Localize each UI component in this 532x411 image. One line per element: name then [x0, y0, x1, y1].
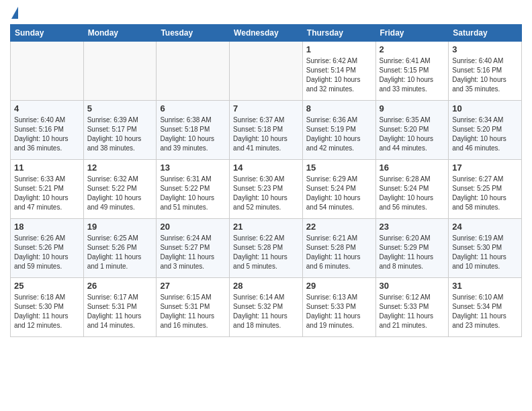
day-number: 12 — [87, 163, 153, 173]
day-info: Sunrise: 6:32 AMSunset: 5:22 PMDaylight:… — [87, 175, 153, 212]
weekday-header-sunday: Sunday — [11, 25, 84, 42]
calendar-day-cell: 8Sunrise: 6:36 AMSunset: 5:19 PMDaylight… — [302, 101, 375, 160]
calendar-week-row: 4Sunrise: 6:40 AMSunset: 5:16 PMDaylight… — [11, 101, 522, 160]
day-info: Sunrise: 6:17 AMSunset: 5:31 PMDaylight:… — [87, 293, 153, 330]
calendar-day-cell: 20Sunrise: 6:24 AMSunset: 5:27 PMDayligh… — [157, 219, 230, 278]
calendar-day-cell: 5Sunrise: 6:39 AMSunset: 5:17 PMDaylight… — [83, 101, 157, 160]
day-number: 2 — [380, 44, 445, 54]
calendar-day-cell: 7Sunrise: 6:37 AMSunset: 5:18 PMDaylight… — [230, 101, 303, 160]
day-info: Sunrise: 6:40 AMSunset: 5:16 PMDaylight:… — [14, 116, 80, 153]
calendar-day-cell — [230, 42, 303, 101]
day-info: Sunrise: 6:19 AMSunset: 5:30 PMDaylight:… — [452, 234, 518, 271]
calendar-day-cell: 4Sunrise: 6:40 AMSunset: 5:16 PMDaylight… — [11, 101, 84, 160]
calendar-day-cell: 2Sunrise: 6:41 AMSunset: 5:15 PMDaylight… — [375, 42, 449, 101]
day-info: Sunrise: 6:13 AMSunset: 5:33 PMDaylight:… — [306, 293, 372, 330]
weekday-header-thursday: Thursday — [302, 25, 375, 42]
calendar-day-cell: 24Sunrise: 6:19 AMSunset: 5:30 PMDayligh… — [449, 219, 522, 278]
day-info: Sunrise: 6:22 AMSunset: 5:28 PMDaylight:… — [233, 234, 299, 271]
calendar-day-cell: 9Sunrise: 6:35 AMSunset: 5:20 PMDaylight… — [375, 101, 449, 160]
calendar-day-cell: 26Sunrise: 6:17 AMSunset: 5:31 PMDayligh… — [83, 278, 157, 337]
day-info: Sunrise: 6:36 AMSunset: 5:19 PMDaylight:… — [306, 116, 372, 153]
day-info: Sunrise: 6:42 AMSunset: 5:14 PMDaylight:… — [306, 56, 372, 94]
calendar-day-cell: 29Sunrise: 6:13 AMSunset: 5:33 PMDayligh… — [302, 278, 375, 337]
weekday-header-friday: Friday — [375, 25, 449, 42]
day-number: 28 — [233, 281, 299, 291]
day-info: Sunrise: 6:10 AMSunset: 5:34 PMDaylight:… — [452, 293, 518, 330]
weekday-header-saturday: Saturday — [449, 25, 522, 42]
day-number: 18 — [14, 222, 80, 232]
calendar-day-cell: 28Sunrise: 6:14 AMSunset: 5:32 PMDayligh… — [230, 278, 303, 337]
day-number: 22 — [306, 222, 372, 232]
day-info: Sunrise: 6:30 AMSunset: 5:23 PMDaylight:… — [233, 175, 299, 212]
day-number: 29 — [306, 281, 372, 291]
day-number: 30 — [380, 281, 445, 291]
day-number: 24 — [452, 222, 518, 232]
day-number: 7 — [233, 103, 299, 113]
calendar-day-cell: 6Sunrise: 6:38 AMSunset: 5:18 PMDaylight… — [157, 101, 230, 160]
calendar-day-cell: 19Sunrise: 6:25 AMSunset: 5:26 PMDayligh… — [83, 219, 157, 278]
day-number: 27 — [160, 281, 226, 291]
calendar-day-cell: 18Sunrise: 6:26 AMSunset: 5:26 PMDayligh… — [11, 219, 84, 278]
calendar-day-cell: 1Sunrise: 6:42 AMSunset: 5:14 PMDaylight… — [302, 42, 375, 101]
day-number: 21 — [233, 222, 299, 232]
calendar-week-row: 1Sunrise: 6:42 AMSunset: 5:14 PMDaylight… — [11, 42, 522, 101]
calendar-day-cell: 21Sunrise: 6:22 AMSunset: 5:28 PMDayligh… — [230, 219, 303, 278]
weekday-header-wednesday: Wednesday — [230, 25, 303, 42]
day-number: 5 — [87, 103, 153, 113]
day-number: 31 — [452, 281, 518, 291]
day-info: Sunrise: 6:24 AMSunset: 5:27 PMDaylight:… — [160, 234, 226, 271]
day-number: 1 — [306, 44, 372, 54]
day-info: Sunrise: 6:31 AMSunset: 5:22 PMDaylight:… — [160, 175, 226, 212]
calendar-day-cell: 14Sunrise: 6:30 AMSunset: 5:23 PMDayligh… — [230, 160, 303, 219]
calendar-day-cell — [11, 42, 84, 101]
calendar-day-cell: 17Sunrise: 6:27 AMSunset: 5:25 PMDayligh… — [449, 160, 522, 219]
day-info: Sunrise: 6:27 AMSunset: 5:25 PMDaylight:… — [452, 175, 518, 212]
calendar-day-cell: 22Sunrise: 6:21 AMSunset: 5:28 PMDayligh… — [302, 219, 375, 278]
weekday-header-row: SundayMondayTuesdayWednesdayThursdayFrid… — [11, 25, 522, 42]
calendar-day-cell: 15Sunrise: 6:29 AMSunset: 5:24 PMDayligh… — [302, 160, 375, 219]
day-number: 11 — [14, 163, 80, 173]
day-info: Sunrise: 6:14 AMSunset: 5:32 PMDaylight:… — [233, 293, 299, 330]
day-number: 14 — [233, 163, 299, 173]
calendar-day-cell: 30Sunrise: 6:12 AMSunset: 5:33 PMDayligh… — [375, 278, 449, 337]
calendar-day-cell: 16Sunrise: 6:28 AMSunset: 5:24 PMDayligh… — [375, 160, 449, 219]
calendar-week-row: 18Sunrise: 6:26 AMSunset: 5:26 PMDayligh… — [11, 219, 522, 278]
calendar-day-cell: 23Sunrise: 6:20 AMSunset: 5:29 PMDayligh… — [375, 219, 449, 278]
day-info: Sunrise: 6:25 AMSunset: 5:26 PMDaylight:… — [87, 234, 153, 271]
day-info: Sunrise: 6:18 AMSunset: 5:30 PMDaylight:… — [14, 293, 80, 330]
day-number: 25 — [14, 281, 80, 291]
day-info: Sunrise: 6:28 AMSunset: 5:24 PMDaylight:… — [380, 175, 445, 212]
day-info: Sunrise: 6:21 AMSunset: 5:28 PMDaylight:… — [306, 234, 372, 271]
day-info: Sunrise: 6:33 AMSunset: 5:21 PMDaylight:… — [14, 175, 80, 212]
day-number: 9 — [380, 103, 445, 113]
day-number: 26 — [87, 281, 153, 291]
day-info: Sunrise: 6:29 AMSunset: 5:24 PMDaylight:… — [306, 175, 372, 212]
calendar-day-cell: 3Sunrise: 6:40 AMSunset: 5:16 PMDaylight… — [449, 42, 522, 101]
day-info: Sunrise: 6:12 AMSunset: 5:33 PMDaylight:… — [380, 293, 445, 330]
day-info: Sunrise: 6:38 AMSunset: 5:18 PMDaylight:… — [160, 116, 226, 153]
calendar-table: SundayMondayTuesdayWednesdayThursdayFrid… — [10, 24, 522, 337]
day-number: 3 — [452, 44, 518, 54]
page: SundayMondayTuesdayWednesdayThursdayFrid… — [0, 0, 532, 344]
day-info: Sunrise: 6:20 AMSunset: 5:29 PMDaylight:… — [380, 234, 445, 271]
day-number: 20 — [160, 222, 226, 232]
day-info: Sunrise: 6:41 AMSunset: 5:15 PMDaylight:… — [380, 56, 445, 94]
calendar-day-cell — [157, 42, 230, 101]
calendar-day-cell — [83, 42, 157, 101]
day-number: 4 — [14, 103, 80, 113]
calendar-day-cell: 31Sunrise: 6:10 AMSunset: 5:34 PMDayligh… — [449, 278, 522, 337]
day-info: Sunrise: 6:34 AMSunset: 5:20 PMDaylight:… — [452, 116, 518, 153]
logo — [10, 7, 18, 19]
day-info: Sunrise: 6:26 AMSunset: 5:26 PMDaylight:… — [14, 234, 80, 271]
weekday-header-monday: Monday — [83, 25, 157, 42]
day-info: Sunrise: 6:15 AMSunset: 5:31 PMDaylight:… — [160, 293, 226, 330]
calendar-day-cell: 27Sunrise: 6:15 AMSunset: 5:31 PMDayligh… — [157, 278, 230, 337]
day-number: 13 — [160, 163, 226, 173]
calendar-day-cell: 11Sunrise: 6:33 AMSunset: 5:21 PMDayligh… — [11, 160, 84, 219]
logo-triangle-icon — [11, 7, 18, 19]
calendar-day-cell: 10Sunrise: 6:34 AMSunset: 5:20 PMDayligh… — [449, 101, 522, 160]
calendar-day-cell: 12Sunrise: 6:32 AMSunset: 5:22 PMDayligh… — [83, 160, 157, 219]
day-info: Sunrise: 6:39 AMSunset: 5:17 PMDaylight:… — [87, 116, 153, 153]
day-number: 19 — [87, 222, 153, 232]
calendar-week-row: 11Sunrise: 6:33 AMSunset: 5:21 PMDayligh… — [11, 160, 522, 219]
